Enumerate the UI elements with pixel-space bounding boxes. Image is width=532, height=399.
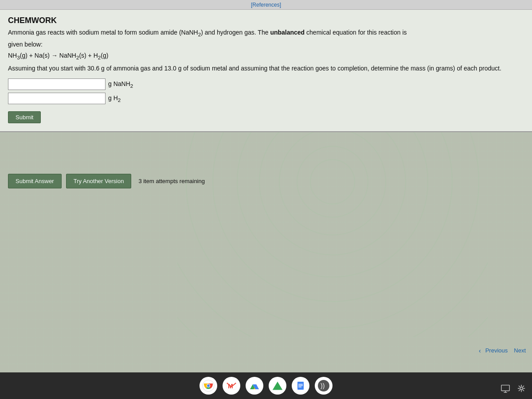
try-another-version-button[interactable]: Try Another Version [66, 174, 132, 188]
navigation-controls: ‹ Previous Next [479, 346, 528, 355]
drive-taskbar-icon[interactable] [246, 377, 263, 395]
h2-input[interactable] [8, 93, 106, 104]
chemical-equation: NH3(g) + Na(s) → NaNH2(s) + H2(g) [8, 52, 524, 60]
references-link[interactable]: [References] [251, 2, 281, 8]
nanh2-input-row: g NaNH2 [8, 78, 524, 90]
h2-input-row: g H2 [8, 93, 524, 104]
system-tray [499, 382, 528, 395]
h2-label: g H2 [108, 94, 121, 103]
action-bar: Submit Answer Try Another Version 3 item… [0, 168, 532, 194]
content-card: CHEMWORK Ammonia gas reacts with sodium … [0, 10, 532, 132]
maps-taskbar-icon[interactable] [269, 377, 286, 395]
top-bar: [References] [0, 0, 532, 10]
taskbar: M )) [0, 372, 532, 399]
nanh2-label: g NaNH2 [108, 80, 133, 89]
submit-button[interactable]: Submit [8, 111, 41, 123]
svg-text:M: M [228, 383, 233, 390]
svg-rect-23 [298, 385, 303, 386]
svg-rect-27 [501, 385, 509, 391]
problem-description: Ammonia gas reacts with sodium metal to … [8, 28, 524, 38]
music-taskbar-icon[interactable]: )) [315, 377, 332, 395]
docs-taskbar-icon[interactable] [292, 377, 309, 395]
svg-line-33 [519, 390, 520, 391]
problem-question: Assuming that you start with 30.6 g of a… [8, 64, 524, 73]
gmail-taskbar-icon[interactable]: M [223, 377, 240, 395]
svg-rect-24 [298, 387, 301, 387]
chrome-taskbar-icon[interactable] [200, 377, 217, 395]
page-title: CHEMWORK [8, 16, 524, 25]
previous-chevron-icon: ‹ [479, 347, 481, 354]
svg-line-32 [523, 386, 524, 387]
svg-text:)): )) [321, 382, 325, 389]
attempts-remaining: 3 item attempts remaining [138, 178, 205, 184]
svg-point-13 [207, 384, 210, 387]
settings-icon[interactable] [515, 382, 528, 395]
nanh2-input[interactable] [8, 78, 106, 90]
svg-line-34 [523, 390, 524, 391]
previous-button[interactable]: Previous [484, 346, 510, 355]
next-button[interactable]: Next [512, 346, 528, 355]
problem-given-below: given below: [8, 40, 524, 49]
screen-icon[interactable] [499, 382, 512, 395]
submit-answer-button[interactable]: Submit Answer [8, 174, 62, 188]
svg-line-31 [519, 386, 520, 387]
svg-rect-22 [298, 384, 303, 385]
svg-point-30 [520, 387, 523, 390]
